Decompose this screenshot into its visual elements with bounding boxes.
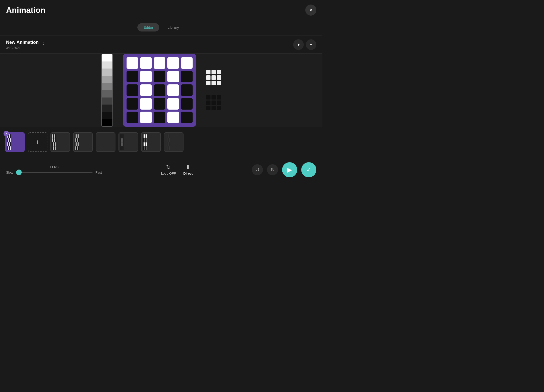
loop-icon: ↻ bbox=[166, 164, 171, 171]
tab-editor[interactable]: Editor bbox=[137, 23, 159, 31]
frame-5[interactable] bbox=[96, 132, 115, 152]
frame-1[interactable]: × bbox=[5, 132, 25, 152]
animation-date: 3/10/2021 bbox=[6, 46, 46, 50]
fps-slow-label: Slow bbox=[6, 171, 13, 174]
direct-control[interactable]: ⏸ Direct bbox=[183, 164, 193, 175]
direct-icon: ⏸ bbox=[185, 164, 191, 171]
close-button[interactable]: × bbox=[305, 5, 316, 16]
mini-grid-top bbox=[206, 70, 221, 85]
play-button[interactable]: ▶ bbox=[282, 162, 297, 177]
animation-toolbar: ▾ + bbox=[293, 39, 316, 50]
add-frame-toolbar-button[interactable]: + bbox=[306, 39, 316, 50]
add-frame-button[interactable]: + bbox=[28, 132, 47, 152]
mini-grid-bottom bbox=[206, 95, 221, 110]
bottom-controls: 1 FPS Slow Fast ↻ Loop OFF ⏸ Direct ↺ ↻ … bbox=[0, 157, 322, 182]
fps-section: 1 FPS Slow Fast bbox=[6, 165, 102, 174]
redo-button[interactable]: ↻ bbox=[267, 164, 278, 175]
fps-slider[interactable] bbox=[16, 172, 93, 173]
undo-button[interactable]: ↺ bbox=[252, 164, 263, 175]
confirm-button[interactable]: ✓ bbox=[301, 162, 316, 177]
animation-info: New Animation ⋮ 3/10/2021 bbox=[6, 40, 46, 50]
frame-6[interactable] bbox=[118, 132, 138, 152]
frame-4[interactable] bbox=[73, 132, 93, 152]
frame-7[interactable] bbox=[141, 132, 161, 152]
fps-slider-row: Slow Fast bbox=[6, 171, 102, 174]
app-title: Animation bbox=[6, 6, 45, 15]
loop-state: OFF bbox=[169, 172, 176, 175]
direct-label: Direct bbox=[183, 172, 193, 175]
side-grids bbox=[206, 70, 221, 110]
frame-3[interactable] bbox=[50, 132, 70, 152]
controls-center: ↻ Loop OFF ⏸ Direct bbox=[161, 164, 193, 175]
tabs-bar: Editor Library bbox=[0, 20, 322, 36]
animation-name: New Animation bbox=[6, 40, 39, 45]
animation-name-bar: New Animation ⋮ 3/10/2021 ▾ + bbox=[0, 36, 322, 54]
color-strip[interactable] bbox=[101, 54, 113, 127]
loop-control[interactable]: ↻ Loop OFF bbox=[161, 164, 176, 175]
controls-right: ↺ ↻ ▶ ✓ bbox=[252, 162, 316, 177]
frames-strip: × + bbox=[0, 127, 322, 157]
dropdown-button[interactable]: ▾ bbox=[293, 39, 304, 50]
editor-main bbox=[0, 54, 322, 127]
remove-frame-1[interactable]: × bbox=[4, 131, 9, 136]
fps-fast-label: Fast bbox=[96, 171, 102, 174]
frame-8[interactable] bbox=[164, 132, 184, 152]
loop-label: Loop OFF bbox=[161, 172, 176, 175]
fps-label: 1 FPS bbox=[6, 165, 102, 169]
animation-menu-button[interactable]: ⋮ bbox=[41, 40, 46, 45]
tab-library[interactable]: Library bbox=[161, 23, 185, 31]
main-grid[interactable] bbox=[123, 54, 196, 127]
header: Animation × bbox=[0, 0, 322, 20]
